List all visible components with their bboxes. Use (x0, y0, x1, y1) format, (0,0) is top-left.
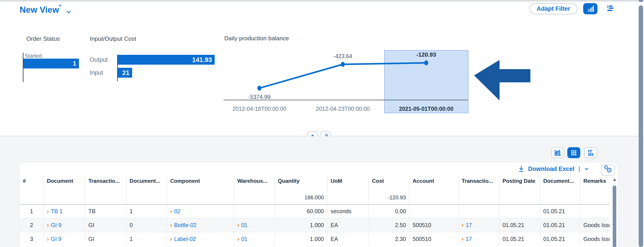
column-header-component[interactable]: Component (167, 176, 234, 204)
chevron-down-icon[interactable] (583, 166, 590, 172)
cell-: 3 (20, 232, 44, 246)
column-header-label: Document... (544, 178, 577, 184)
cell-account: 500510 (409, 218, 458, 232)
download-excel-label[interactable]: Download Excel (528, 166, 574, 172)
bar-started[interactable]: 1 (24, 59, 79, 69)
column-header-transactio[interactable]: Transactio... (458, 176, 499, 204)
cell-link[interactable]: 01 (241, 222, 248, 228)
column-header-label: Component (170, 178, 230, 184)
data-point[interactable] (341, 62, 345, 67)
data-point-value-label: -120.93 (416, 51, 436, 58)
column-header-cost[interactable]: Cost-120.93 (369, 176, 409, 204)
table-settings-button[interactable]: ⚙⚙ (601, 164, 615, 176)
table-row[interactable]: 1›TB 1TB1›0260.000seconds0.0001.05.21 (20, 204, 610, 218)
cell-uom: EA (327, 232, 368, 246)
category-label: Started (24, 53, 42, 59)
view-switch-table-button[interactable] (567, 147, 580, 158)
charts-section: Order Status Started1 Input/Output Cost … (0, 20, 644, 136)
cell-link[interactable]: GI 9 (51, 222, 61, 228)
chart-view-toggle-button[interactable] (583, 3, 598, 14)
cell-warehous: ›01 (234, 232, 274, 246)
chevron-right-icon: › (47, 222, 49, 228)
cell-transactio: ›17 (458, 232, 499, 246)
horizontal-bars-button[interactable] (603, 3, 618, 14)
chart-table-icon (586, 149, 595, 157)
area-chart-icon (554, 149, 562, 157)
data-point-value-label: -423.64 (334, 53, 352, 59)
cell-link[interactable]: Bottle-02 (174, 222, 196, 228)
view-switch-chart-table-button[interactable] (584, 147, 597, 158)
bar-input[interactable]: 21 (118, 68, 132, 78)
download-excel-menu[interactable]: Download Excel | (518, 165, 590, 173)
page-title: New View* (20, 5, 61, 15)
cell-quantity: 1.000 (274, 232, 327, 246)
cell-link[interactable]: 02 (174, 208, 180, 214)
chart-title: Input/Output Cost (90, 35, 136, 42)
chevron-right-icon: › (170, 222, 172, 228)
column-aggregate-value: -120.93 (372, 194, 406, 201)
input-output-cost-chart: Input/Output Cost Output141.93Input21 (86, 34, 225, 87)
column-header-label: Transactio... (462, 178, 496, 184)
column-header-[interactable]: # (20, 176, 44, 204)
chevron-right-icon: › (170, 208, 172, 214)
x-axis-tick-label[interactable]: 2012-04-23T00:00:00 (316, 106, 370, 112)
cell-remarks: Goods Issue (580, 232, 610, 246)
column-header-quantity[interactable]: Quantity186.000 (274, 176, 327, 204)
daily-production-balance-chart[interactable]: Daily production balance -5374.992012-04… (224, 34, 546, 125)
cell-link[interactable]: 17 (466, 236, 472, 242)
x-axis-tick-label[interactable]: 2021-05-01T00:00:00 (399, 106, 453, 112)
selected-period-box[interactable] (384, 50, 468, 113)
column-header-transactio[interactable]: Transactio... (85, 176, 126, 204)
cell-uom: seconds (327, 204, 368, 218)
column-header-document[interactable]: Document... (540, 176, 580, 204)
cell-document: 0 (126, 218, 167, 232)
column-header-uom[interactable]: UoM (327, 176, 368, 204)
column-header-label: # (23, 178, 40, 184)
table-row[interactable]: 2›GI 9GI0›Bottle-02›011.000EA2.50500510›… (20, 218, 610, 232)
cell-cost: 0.00 (369, 204, 409, 218)
table-scrollbar-thumb[interactable] (613, 185, 616, 247)
items-table: #DocumentTransactio...Document...Compone… (20, 176, 610, 246)
column-header-remarks[interactable]: Remarks (580, 176, 610, 204)
cell-link[interactable]: Label-02 (174, 236, 196, 242)
top-shadow-strip (0, 0, 644, 2)
double-gear-icon: ⚙⚙ (604, 166, 612, 174)
data-point[interactable] (258, 86, 262, 91)
data-point[interactable] (424, 60, 428, 65)
cell-transactio (458, 204, 499, 218)
x-axis-tick-label[interactable]: 2012-04-18T00:00:00 (232, 106, 286, 112)
cell-component: ›Bottle-02 (167, 218, 234, 232)
table-row[interactable]: 3›GI 9GI1›Label-02›011.000EA2.30500510›1… (20, 232, 610, 246)
header-actions: Adapt Filter (530, 3, 618, 14)
chevron-right-icon: › (237, 235, 239, 242)
cell-document: 01.05.21 (540, 204, 580, 218)
column-header-account[interactable]: Account (409, 176, 458, 204)
column-header-warehous[interactable]: Warehous... (234, 176, 274, 204)
column-header-document[interactable]: Document... (126, 176, 167, 204)
cell-posting-date: 01.05.21 (499, 218, 540, 232)
cell-transactio: TB (85, 204, 126, 218)
cell-link[interactable]: 01 (241, 236, 248, 242)
adapt-filter-button[interactable]: Adapt Filter (530, 3, 577, 14)
triangle-up-icon[interactable] (613, 178, 616, 181)
cell-cost: 2.30 (369, 232, 409, 246)
column-header-label: Document... (130, 178, 164, 184)
bar-output[interactable]: 141.93 (118, 55, 215, 65)
table-section: Download Excel | ⚙⚙ #DocumentTransactio.… (0, 136, 644, 247)
view-variant-selector[interactable]: New View* (20, 5, 72, 15)
column-header-posting-date[interactable]: Posting Date (499, 176, 540, 204)
cell-link[interactable]: 17 (466, 222, 472, 228)
page-scrollbar-thumb[interactable] (639, 5, 643, 247)
analytical-list-page: New View* Adapt Filter (0, 0, 644, 247)
cell-document: ›GI 9 (44, 218, 85, 232)
column-header-label: Quantity (278, 178, 324, 184)
view-switch-chart-button[interactable] (551, 147, 564, 158)
download-icon (518, 165, 525, 173)
cell-link[interactable]: TB 1 (51, 208, 62, 214)
cell-warehous: ›01 (234, 218, 274, 232)
bar-chart-icon (586, 5, 594, 13)
column-header-label: UoM (330, 178, 365, 184)
cell-link[interactable]: GI 9 (51, 236, 61, 242)
chevron-down-icon (65, 9, 72, 15)
column-header-document[interactable]: Document (44, 176, 85, 204)
